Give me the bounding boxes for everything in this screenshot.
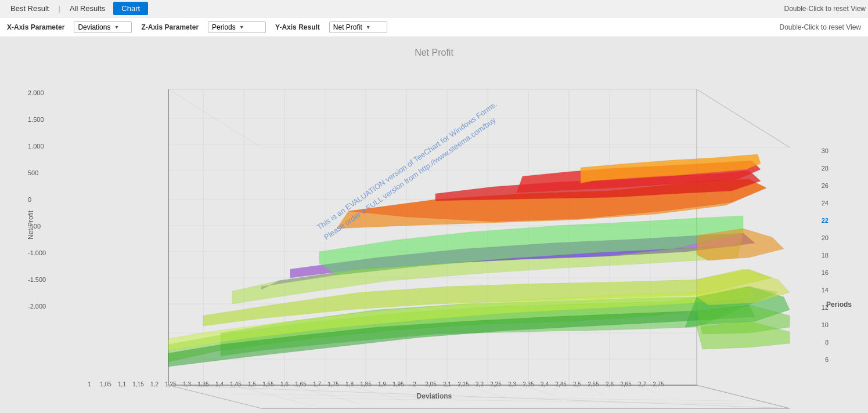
x-axis-param-select[interactable]: Deviations ▼ — [74, 21, 132, 33]
svg-line-65 — [232, 394, 766, 401]
x-axis-param-label: X-Axis Parameter — [7, 23, 64, 31]
svg-line-60 — [581, 385, 605, 395]
y-axis-result-value: Net Profit — [333, 23, 362, 31]
svg-line-66 — [290, 398, 743, 404]
svg-line-55 — [290, 385, 360, 404]
tab-best-result[interactable]: Best Result — [2, 2, 57, 15]
tab-chart[interactable]: Chart — [113, 2, 148, 15]
svg-line-64 — [168, 385, 790, 408]
svg-line-54 — [232, 385, 314, 406]
y-axis-result-label: Y-Axis Result — [275, 23, 320, 31]
tab-bar: Best Result | All Results Chart Double-C… — [0, 0, 868, 17]
tab-separator-1: | — [57, 4, 61, 13]
svg-line-33 — [697, 385, 790, 408]
param-bar: X-Axis Parameter Deviations ▼ Z-Axis Par… — [0, 17, 868, 37]
reset-hint[interactable]: Double-Click to reset View — [784, 5, 866, 13]
z-axis-param-select[interactable]: Periods ▼ — [208, 21, 266, 33]
svg-line-53 — [168, 385, 261, 408]
x-axis-chevron-icon: ▼ — [114, 24, 119, 30]
y-axis-result-select[interactable]: Net Profit ▼ — [329, 21, 387, 33]
double-click-hint: Double-Click to reset View — [779, 23, 861, 31]
x-axis-param-value: Deviations — [78, 23, 110, 31]
svg-line-58 — [464, 385, 505, 398]
z-axis-chevron-icon: ▼ — [239, 24, 244, 30]
z-axis-param-value: Periods — [212, 23, 236, 31]
svg-line-57 — [406, 385, 456, 400]
svg-line-59 — [523, 385, 556, 396]
z-axis-param-label: Z-Axis Parameter — [141, 23, 199, 31]
svg-line-32 — [697, 89, 790, 147]
chart-area[interactable]: Net Profit Net Profit Deviations Periods… — [0, 37, 868, 413]
chart-svg — [0, 37, 868, 413]
tab-all-results[interactable]: All Results — [62, 2, 113, 15]
svg-line-61 — [639, 385, 656, 393]
y-axis-result-chevron-icon: ▼ — [366, 24, 371, 30]
